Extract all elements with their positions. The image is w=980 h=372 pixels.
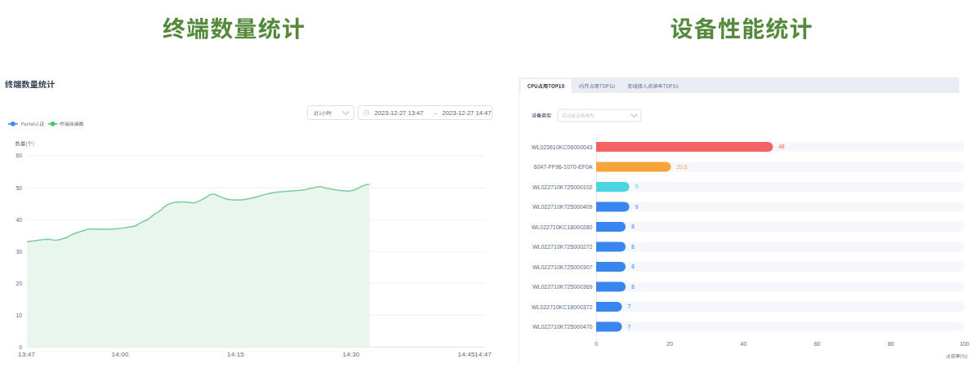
svg-text:40: 40 <box>16 217 22 223</box>
svg-text:WL022710K725000470: WL022710K725000470 <box>532 324 593 330</box>
svg-text:14:45: 14:45 <box>457 351 474 358</box>
svg-text:13:47: 13:47 <box>18 351 35 358</box>
svg-text:14:30: 14:30 <box>342 351 359 358</box>
svg-text:14:47: 14:47 <box>474 351 492 358</box>
svg-text:80: 80 <box>888 341 894 347</box>
svg-text:WL022710KC18000372: WL022710KC18000372 <box>532 304 593 310</box>
svg-text:14:15: 14:15 <box>227 351 244 358</box>
svg-text:10: 10 <box>16 312 22 318</box>
svg-text:WL022710K725000409: WL022710K725000409 <box>532 204 593 210</box>
svg-text:7: 7 <box>627 324 630 330</box>
svg-text:7: 7 <box>627 303 630 309</box>
svg-text:WL022710KC18000280: WL022710KC18000280 <box>532 224 593 230</box>
svg-text:50: 50 <box>16 185 22 191</box>
svg-text:30: 30 <box>16 249 22 255</box>
svg-text:100: 100 <box>960 341 969 347</box>
svg-text:2023-12-27 14:47: 2023-12-27 14:47 <box>443 109 492 117</box>
svg-text:9: 9 <box>635 184 638 189</box>
svg-text:WL022710K725000307: WL022710K725000307 <box>532 264 593 270</box>
svg-text:WL022710K725000272: WL022710K725000272 <box>532 244 593 250</box>
svg-text:8: 8 <box>631 284 635 290</box>
svg-text:20: 20 <box>666 341 673 347</box>
svg-text:6047-FF96-1070-EF0A: 6047-FF96-1070-EF0A <box>534 164 593 170</box>
svg-text:20: 20 <box>16 281 22 286</box>
svg-text:0: 0 <box>595 341 598 347</box>
svg-text:8: 8 <box>631 264 635 269</box>
svg-text:WL022710K725000369: WL022710K725000369 <box>532 284 593 290</box>
svg-text:60: 60 <box>16 153 22 158</box>
svg-text:40: 40 <box>741 341 747 347</box>
svg-text:WL022710K725000102: WL022710K725000102 <box>532 184 593 190</box>
svg-text:2023-12-27 13:47: 2023-12-27 13:47 <box>375 109 424 117</box>
svg-text:14:00: 14:00 <box>111 351 128 358</box>
svg-text:8: 8 <box>631 244 635 250</box>
svg-text:8: 8 <box>631 224 635 229</box>
svg-text:0: 0 <box>19 344 22 350</box>
svg-text:WL023610KC06000043: WL023610KC06000043 <box>532 144 593 150</box>
svg-text:48: 48 <box>778 144 785 149</box>
svg-text:60: 60 <box>814 341 821 347</box>
svg-text:20.3: 20.3 <box>676 164 687 170</box>
svg-text:9: 9 <box>635 204 638 210</box>
